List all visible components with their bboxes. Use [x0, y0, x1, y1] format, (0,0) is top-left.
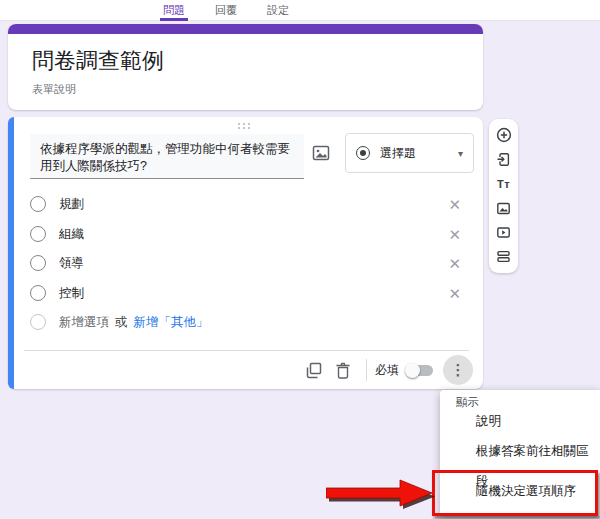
add-option-row: 新增選項 或 新增「其他」 [30, 310, 461, 334]
active-card-accent [8, 117, 14, 389]
chevron-down-icon: ▾ [458, 148, 463, 159]
delete-icon[interactable] [328, 355, 358, 385]
more-options-button[interactable]: ⋮ [443, 355, 473, 385]
radio-circle[interactable] [30, 226, 46, 242]
annotation-arrow [326, 479, 436, 509]
form-title[interactable]: 問卷調查範例 [32, 46, 164, 76]
form-title-card: 問卷調查範例 表單說明 [8, 24, 483, 110]
video-tool-icon[interactable] [495, 223, 513, 241]
add-option-conjunction: 或 [115, 314, 128, 331]
question-footer: 必填 ⋮ [8, 351, 473, 389]
required-toggle[interactable] [407, 365, 433, 376]
question-text-input[interactable]: 依據程序學派的觀點，管理功能中何者較需要用到人際關係技巧? [30, 134, 304, 179]
google-forms-editor: 問題 回覆 設定 問卷調查範例 表單說明 依據程序學派的觀點，管理功能中何者較需… [0, 0, 600, 519]
option-label[interactable]: 規劃 [59, 196, 84, 213]
radio-circle[interactable] [30, 255, 46, 271]
option-row: 組織 ✕ [30, 222, 461, 246]
top-bar [0, 0, 600, 21]
radio-circle[interactable] [30, 196, 46, 212]
remove-option-icon[interactable]: ✕ [448, 197, 461, 212]
question-type-dropdown[interactable]: 選擇題 ▾ [345, 133, 474, 173]
option-row: 領導 ✕ [30, 251, 461, 275]
import-questions-icon[interactable] [495, 150, 513, 168]
form-header-bar [8, 24, 483, 34]
tab-questions[interactable]: 問題 [160, 0, 188, 21]
tab-settings[interactable]: 設定 [264, 0, 292, 21]
menu-item-description[interactable]: 說明 [440, 406, 600, 436]
duplicate-icon[interactable] [298, 355, 328, 385]
question-type-label: 選擇題 [380, 145, 458, 162]
question-card: 依據程序學派的觀點，管理功能中何者較需要用到人際關係技巧? 選擇題 ▾ 規劃 ✕… [8, 117, 483, 389]
drag-handle-icon[interactable] [238, 123, 253, 131]
add-title-text-icon[interactable]: Tт [495, 175, 513, 193]
footer-separator [366, 359, 367, 381]
required-label: 必填 [375, 362, 399, 379]
option-label[interactable]: 控制 [59, 285, 84, 302]
option-row: 規劃 ✕ [30, 192, 461, 216]
add-section-icon[interactable] [495, 248, 513, 266]
image-tool-icon[interactable] [495, 199, 513, 217]
side-toolbar: Tт [489, 119, 518, 273]
add-other-link[interactable]: 新增「其他」 [134, 314, 209, 331]
form-description[interactable]: 表單說明 [32, 82, 76, 97]
tab-responses[interactable]: 回覆 [212, 0, 240, 21]
annotation-highlight-box [432, 470, 598, 516]
radio-circle [30, 314, 46, 330]
option-row: 控制 ✕ [30, 281, 461, 305]
option-label[interactable]: 領導 [59, 255, 84, 272]
tab-bar: 問題 回覆 設定 [160, 0, 292, 21]
multiple-choice-icon [356, 146, 370, 160]
remove-option-icon[interactable]: ✕ [448, 256, 461, 271]
remove-option-icon[interactable]: ✕ [448, 286, 461, 301]
remove-option-icon[interactable]: ✕ [448, 227, 461, 242]
add-image-icon[interactable] [309, 141, 333, 165]
radio-circle[interactable] [30, 285, 46, 301]
add-question-icon[interactable] [495, 126, 513, 144]
menu-item-go-to-section[interactable]: 根據答案前往相關區段 [440, 436, 600, 466]
option-label[interactable]: 組織 [59, 226, 84, 243]
add-option-button[interactable]: 新增選項 [59, 314, 109, 331]
